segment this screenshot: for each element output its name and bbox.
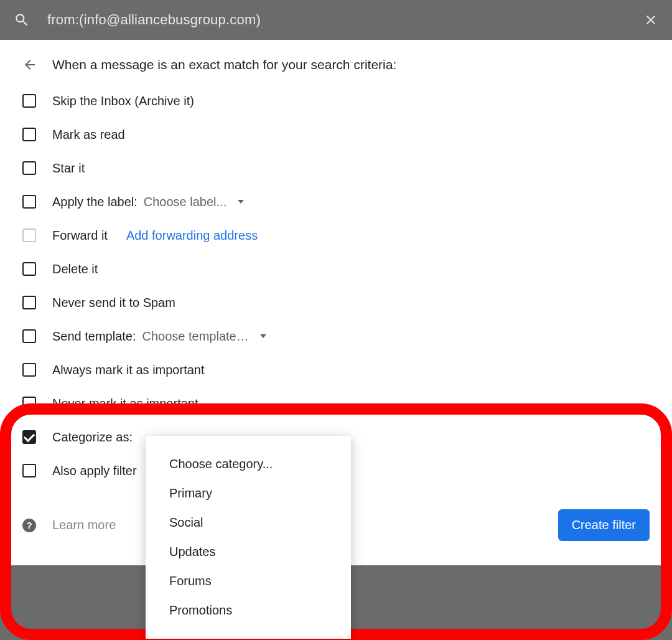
menu-item[interactable]: Promotions [146,596,351,625]
checkbox[interactable] [22,363,36,377]
label: Delete it [52,262,98,276]
menu-item[interactable]: Choose category... [146,449,351,479]
label: Send template: [52,329,136,344]
checkbox[interactable] [22,94,36,108]
label: Also apply filter [52,464,137,478]
category-dropdown-menu: Choose category... Primary Social Update… [146,436,351,639]
option-always-important[interactable]: Always mark it as important [22,362,650,377]
checkbox[interactable] [22,161,36,175]
option-forward[interactable]: Forward it Add forwarding address [22,228,650,243]
option-mark-read[interactable]: Mark as read [22,127,650,142]
checkbox[interactable] [22,228,36,242]
close-icon[interactable] [643,12,658,27]
menu-item[interactable]: Social [146,508,351,537]
dropdown-value: Choose label... [144,195,226,209]
checkbox[interactable] [22,195,36,209]
checkbox[interactable] [22,329,36,343]
heading-row: When a message is an exact match for you… [22,57,650,72]
label: Always mark it as important [52,363,205,377]
label: Never send it to Spam [52,296,175,310]
option-star[interactable]: Star it [22,161,650,176]
option-never-spam[interactable]: Never send it to Spam [22,295,650,310]
template-dropdown[interactable]: Choose template… [142,329,266,344]
search-query[interactable]: from:(info@alliancebusgroup.com) [47,12,643,28]
search-header: from:(info@alliancebusgroup.com) [0,0,672,40]
label: Apply the label: [52,195,138,209]
menu-item[interactable]: Forums [146,567,351,596]
menu-item[interactable]: Updates [146,537,351,567]
label-dropdown[interactable]: Choose label... [144,195,244,209]
label: Never mark it as important [52,397,198,411]
checkbox[interactable] [22,128,36,141]
label: Skip the Inbox (Archive it) [52,94,194,108]
caret-down-icon [260,334,266,338]
checkbox[interactable] [22,397,36,410]
add-forwarding-link[interactable]: Add forwarding address [126,228,258,243]
option-never-important[interactable]: Never mark it as important [22,396,650,411]
checkbox[interactable] [22,464,36,478]
caret-down-icon [238,200,244,204]
help-icon[interactable]: ? [22,519,36,532]
label: Mark as read [52,128,125,142]
option-send-template[interactable]: Send template: Choose template… [22,329,650,344]
back-arrow-icon[interactable] [22,57,37,72]
option-skip-inbox[interactable]: Skip the Inbox (Archive it) [22,93,650,108]
page-title: When a message is an exact match for you… [52,57,396,72]
create-filter-button[interactable]: Create filter [558,509,650,541]
label: Forward it [52,228,108,243]
option-delete[interactable]: Delete it [22,261,650,276]
search-icon[interactable] [14,12,30,28]
checkbox[interactable] [22,262,36,276]
label: Star it [52,161,85,176]
checkbox[interactable] [22,430,36,444]
option-apply-label[interactable]: Apply the label: Choose label... [22,194,650,209]
checkbox[interactable] [22,296,36,309]
dropdown-value: Choose template… [142,329,249,344]
label: Categorize as: [52,430,133,445]
learn-more-link[interactable]: Learn more [52,518,116,532]
menu-item[interactable]: Primary [146,479,351,508]
